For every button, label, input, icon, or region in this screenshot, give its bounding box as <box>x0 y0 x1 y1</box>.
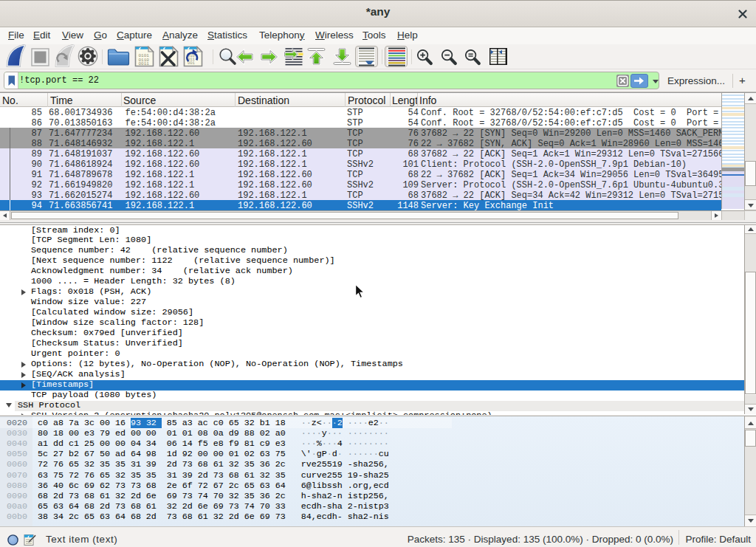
svg-text:0011: 0011 <box>139 61 150 66</box>
